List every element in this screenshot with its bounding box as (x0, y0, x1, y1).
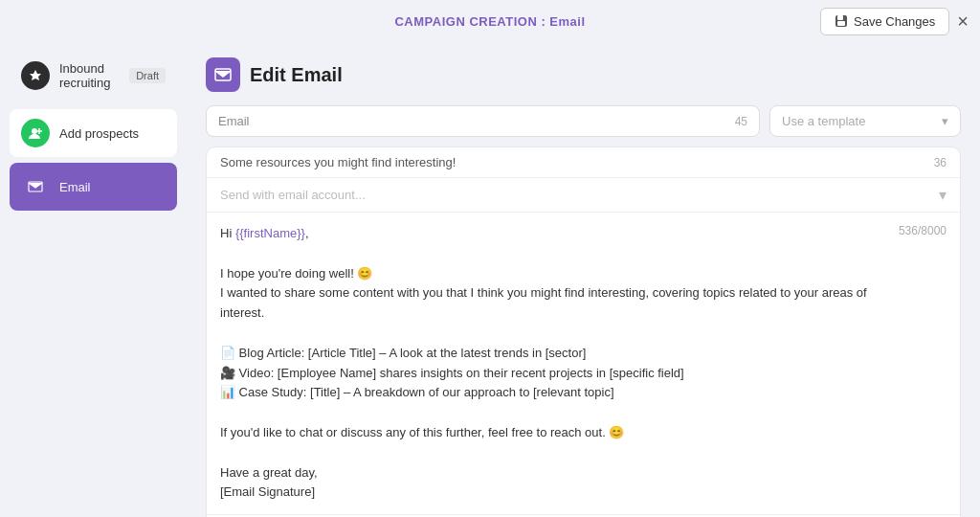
top-bar-actions: Save Changes × (820, 8, 969, 35)
svg-rect-1 (837, 15, 843, 20)
save-button[interactable]: Save Changes (820, 8, 949, 35)
email-icon (21, 172, 50, 201)
template-placeholder: Use a template (782, 114, 865, 128)
add-prospects-icon (21, 119, 50, 147)
top-bar: CAMPAIGN CREATION : Email Save Changes × (0, 0, 980, 42)
draft-badge: Draft (129, 68, 166, 83)
editor-subject-text: Some resources you might find interestin… (220, 155, 456, 169)
firstname-variable: {{firstName}} (235, 226, 305, 240)
sidebar-item-email[interactable]: Email (10, 163, 177, 211)
editor-container: Some resources you might find interestin… (206, 146, 961, 517)
editor-body[interactable]: 536/8000 Hi {{firstName}}, I hope you're… (207, 213, 960, 514)
sidebar: Inbound recruiting Draft Add prospects E… (0, 42, 187, 517)
account-chevron-icon: ▾ (939, 186, 947, 204)
editor-subject-bar: Some resources you might find interestin… (207, 147, 960, 178)
edit-email-header: Edit Email (206, 57, 961, 92)
template-select[interactable]: Use a template ▾ (769, 105, 961, 137)
save-icon (835, 14, 848, 28)
editor-account-row[interactable]: Send with email account... ▾ (207, 178, 960, 213)
template-chevron-icon: ▾ (942, 114, 948, 128)
inbound-icon (21, 61, 50, 90)
main-content: Edit Email Email 45 Use a template ▾ Som… (187, 42, 980, 517)
email-field-box[interactable]: Email 45 (206, 105, 760, 137)
sidebar-item-inbound[interactable]: Inbound recruiting Draft (10, 52, 177, 100)
sidebar-item-add-prospects[interactable]: Add prospects (10, 109, 177, 157)
email-row: Email 45 Use a template ▾ (206, 105, 961, 137)
email-field-count: 45 (735, 115, 747, 128)
campaign-title: CAMPAIGN CREATION : Email (394, 14, 585, 29)
svg-rect-2 (837, 21, 845, 26)
editor-account-placeholder: Send with email account... (220, 188, 366, 202)
edit-email-title: Edit Email (250, 64, 343, 86)
close-button[interactable]: × (957, 11, 969, 31)
edit-email-icon (206, 57, 240, 92)
campaign-title-link: Email (549, 14, 585, 29)
email-field-label: Email (218, 114, 250, 128)
body-text: Hi {{firstName}}, I hope you're doing we… (220, 224, 947, 503)
editor-subject-count: 36 (934, 156, 947, 169)
char-count: 536/8000 (899, 222, 947, 240)
